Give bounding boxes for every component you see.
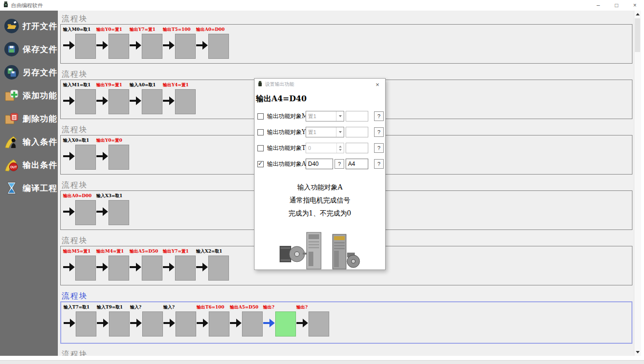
window-right-gap [641,11,644,356]
flow-unit: 输入? [130,304,163,343]
output-mode-dropdown[interactable]: 置1 [306,127,344,137]
flow-block[interactable] [175,311,196,337]
flow-unit: 输出Y7=置1 [129,27,162,63]
chevron-down-icon[interactable] [336,127,344,137]
flow-block[interactable] [76,311,96,337]
flow-arrow-icon [162,33,175,60]
flow-block[interactable] [108,200,129,225]
block-label: 输出T5=100 [163,27,190,33]
flow-block[interactable] [108,256,129,281]
flow-block[interactable] [175,256,196,281]
window-title: 自由编程软件 [11,2,43,9]
flow-block[interactable] [142,256,162,281]
secondary-value-input[interactable] [346,111,368,121]
flow-block[interactable] [142,34,162,59]
scroll-up-icon[interactable] [634,11,641,18]
sidebar-item-output-condition[interactable]: OUT输出条件 [0,153,58,176]
flow-arrow-icon [63,310,76,337]
flow-block-selected[interactable] [275,311,296,337]
sidebar-item-open-file[interactable]: 打开文件 [0,14,58,38]
section-title: 流程块 [62,350,632,356]
sidebar-item-delete-function[interactable]: 删除功能 [0,107,58,130]
flow-unit: 输入X3=取1 [96,193,129,229]
flow-block[interactable] [142,311,163,337]
flow-arrow-icon [129,88,142,115]
object-a-value-input[interactable]: D40 [306,159,333,169]
sidebar-item-save-as[interactable]: 另存文件 [0,61,58,84]
sidebar-item-compile-project[interactable]: 编译工程 [0,176,58,200]
spinner-arrows-icon[interactable] [336,143,344,153]
flow-block[interactable] [208,256,229,281]
maximize-button[interactable]: □ [607,0,626,11]
flow-unit: 输出T6=100 [196,304,229,343]
sidebar-item-save-file[interactable]: 保存文件 [0,38,58,61]
close-button[interactable]: × [626,0,644,11]
checkbox-unchecked[interactable] [257,145,264,151]
flow-arrow-icon [96,255,108,282]
sidebar-item-label: 打开文件 [23,21,57,32]
sidebar-item-add-function[interactable]: 添加功能 [0,84,58,107]
flow-block[interactable] [75,256,96,281]
flow-unit: 输入A0=取1 [129,82,162,119]
app-icon [3,1,9,10]
help-button[interactable]: ? [374,159,384,169]
output-mode-dropdown[interactable]: 置1 [306,111,344,121]
secondary-value-input[interactable] [346,127,368,137]
flow-block[interactable] [175,89,196,114]
flow-block[interactable] [108,34,129,59]
flow-unit: 输出M5=置1 [63,248,96,285]
chevron-down-icon[interactable] [336,111,344,121]
flow-block[interactable] [75,145,96,170]
block-label: 输入T9=取1 [97,304,123,310]
flow-arrow-icon [229,310,242,337]
servo-motor-images [255,231,385,273]
block-label: 输出Y4=置1 [163,82,189,88]
block-label: 输出M4=置1 [96,248,124,255]
flow-block[interactable] [75,200,96,225]
timer-value-spinner[interactable]: 0 [306,143,344,153]
scrollbar-thumb[interactable] [635,18,640,52]
sidebar: 打开文件保存文件另存文件添加功能删除功能输入条件OUT输出条件编译工程 [0,11,58,356]
flow-block[interactable] [109,311,130,337]
help-button[interactable]: ? [374,127,384,137]
help-line: 完成为1、不完成为0 [255,207,385,220]
block-label: 输出A0=D00 [196,27,225,33]
flow-block[interactable] [108,89,129,114]
window-bottom-edge [0,356,644,360]
flow-block[interactable] [75,89,96,114]
flow-block[interactable] [175,34,196,59]
secondary-value-input[interactable] [346,143,368,153]
flow-arrow-icon [63,33,75,60]
flow-block[interactable] [108,145,129,170]
flow-block[interactable] [242,311,263,337]
dialog-row-A: 输出功能对象AD40?A4? [257,159,385,169]
flow-unit: 输入X0=取1 [63,137,96,174]
block-label: 输出Y0=置0 [96,137,122,144]
flow-arrow-icon [63,144,75,171]
section-title: 流程块 [62,14,632,23]
vertical-scrollbar[interactable] [634,11,641,356]
flow-block[interactable] [309,311,329,337]
minimize-button[interactable]: – [589,0,607,11]
window-titlebar: 自由编程软件 – □ × [0,0,644,11]
help-button[interactable]: ? [374,111,384,121]
flow-block[interactable] [209,311,229,337]
block-label: 输出? [296,304,308,310]
checkbox-checked[interactable] [257,161,264,167]
object-a-name-input[interactable]: A4 [346,159,368,169]
help-button[interactable]: ? [335,159,344,169]
help-button[interactable]: ? [374,143,384,153]
block-label: 输出? [263,304,274,310]
scroll-down-icon[interactable] [634,349,641,356]
flow-arrow-icon-blue [263,310,275,337]
checkbox-unchecked[interactable] [257,129,264,135]
flow-block[interactable] [75,34,96,59]
flow-arrow-icon [96,199,108,226]
sidebar-item-label: 添加功能 [23,90,57,101]
dialog-close-icon[interactable]: × [373,81,382,88]
flow-block[interactable] [208,34,229,59]
flow-block[interactable] [142,89,162,114]
checkbox-unchecked[interactable] [257,113,264,120]
block-label: 输出Y9=置1 [96,82,122,88]
sidebar-item-input-condition[interactable]: 输入条件 [0,130,58,153]
